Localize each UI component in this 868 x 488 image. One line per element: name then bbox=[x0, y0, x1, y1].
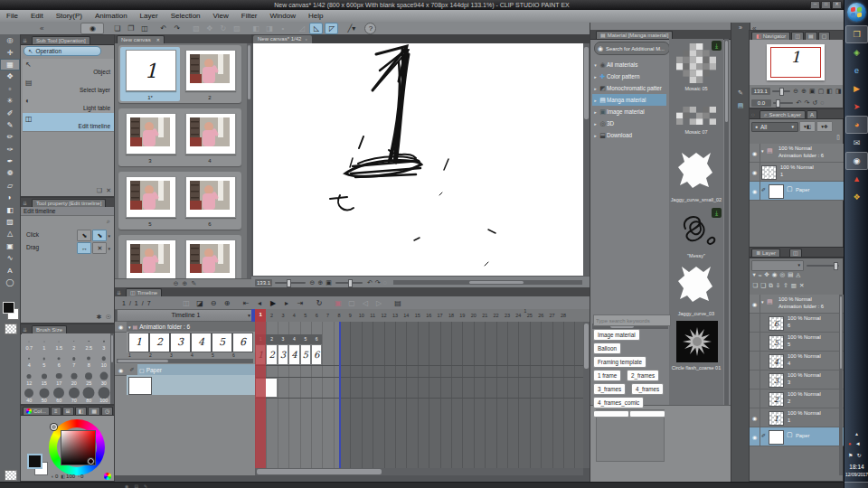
timeline-hscrollbar[interactable] bbox=[255, 468, 583, 475]
visibility-eye-icon[interactable]: ◉ bbox=[750, 295, 760, 313]
animation-folder-eye[interactable]: ◉ bbox=[115, 322, 127, 333]
clock-date[interactable]: 12/09/2017 bbox=[844, 472, 868, 477]
filter-type-button[interactable]: ▾◧ bbox=[799, 121, 816, 132]
frame-number-19[interactable]: 19 bbox=[457, 313, 467, 318]
timeline-vscrollbar[interactable] bbox=[583, 322, 590, 468]
show-desktop-button[interactable] bbox=[844, 482, 868, 488]
click-action-button-0[interactable]: ⬊ bbox=[77, 230, 91, 241]
layer-row-5[interactable]: 5100 % Normal5 bbox=[750, 333, 844, 352]
subtool-group-operation[interactable]: ↖ Operation bbox=[24, 46, 101, 56]
page-thumbnail[interactable] bbox=[185, 113, 236, 155]
subtool-item-light-table[interactable]: ◐Light table bbox=[23, 95, 114, 114]
snap-off-button[interactable]: ◿ bbox=[296, 23, 307, 33]
subtool-delete-button[interactable]: ✕ bbox=[106, 187, 111, 194]
lock-transparent-button[interactable]: ◎ bbox=[779, 271, 785, 278]
tree-arrow-icon[interactable]: ▸ bbox=[592, 133, 599, 138]
material-search-input[interactable] bbox=[593, 314, 671, 326]
brush-size-tab[interactable]: Brush Size bbox=[32, 325, 67, 333]
brush-size-1.5[interactable]: 1.5 bbox=[52, 333, 68, 352]
tree-arrow-icon[interactable]: ▸ bbox=[592, 121, 599, 127]
page-7[interactable]: 7 bbox=[120, 237, 180, 278]
tab-item-bank[interactable]: ▤ bbox=[805, 32, 817, 40]
page-thumbnail[interactable] bbox=[185, 176, 236, 218]
brush-size-8[interactable]: 8 bbox=[81, 352, 98, 371]
layer-row-3[interactable]: 3100 % Normal3 bbox=[750, 371, 844, 389]
dot-button[interactable]: • bbox=[277, 23, 288, 33]
eyedropper-tool[interactable]: ✐ bbox=[0, 107, 20, 118]
cel-settings-button[interactable]: ▢ bbox=[346, 298, 358, 308]
subtool-item-edit-timeline[interactable]: ◫Edit timeline bbox=[23, 113, 114, 132]
material-tree-all-materials[interactable]: ▾◉All materials bbox=[592, 59, 666, 70]
frame-number-11[interactable]: 11 bbox=[367, 313, 378, 318]
zoom-tool[interactable]: ◎ bbox=[0, 34, 20, 46]
onion-next-button[interactable]: ▷ bbox=[373, 298, 385, 308]
canvas-reset-icon[interactable]: ◌ bbox=[383, 279, 387, 286]
clock-time[interactable]: 18:14 bbox=[844, 464, 868, 470]
gradient-button[interactable]: ◨ bbox=[263, 23, 275, 33]
chevron-down-icon[interactable]: ▾ bbox=[108, 233, 110, 239]
animation-cel-2[interactable]: 2 bbox=[266, 344, 277, 365]
nav-rotate-cw-button[interactable]: ↷ bbox=[804, 99, 809, 107]
status-edit-icon[interactable]: ✎ bbox=[144, 483, 147, 488]
frame-number-17[interactable]: 17 bbox=[434, 313, 445, 318]
expand-strip-icon[interactable]: » bbox=[731, 23, 750, 32]
operation-tool[interactable]: ▦ bbox=[0, 59, 20, 70]
page-thumbnail[interactable] bbox=[185, 239, 236, 278]
nav-zoom-out-button[interactable]: ⊖ bbox=[793, 88, 798, 95]
navigator-zoom-slider[interactable] bbox=[772, 90, 790, 92]
layer-row-4[interactable]: 4100 % Normal4 bbox=[750, 352, 844, 371]
frame-number-7[interactable]: 7 bbox=[322, 313, 333, 318]
canvas-rotate-ccw-icon[interactable]: ↶ bbox=[367, 279, 373, 286]
tray-action-center[interactable]: ⚑ bbox=[848, 452, 853, 458]
taskbar-adobe-reader[interactable]: ▲ bbox=[845, 170, 868, 188]
thumbs-hscrollbar[interactable] bbox=[117, 359, 253, 363]
status-info-icon[interactable]: ◉ bbox=[125, 483, 128, 488]
menu-help[interactable]: Help bbox=[302, 10, 329, 22]
blend-mode-dropdown[interactable]: ▼ bbox=[751, 260, 804, 271]
frame-number-23[interactable]: 23 bbox=[502, 313, 513, 318]
panel-grip-icon[interactable]: ⇊ bbox=[23, 201, 30, 207]
link-icon[interactable]: ✐ bbox=[761, 186, 766, 192]
frame-number-22[interactable]: 22 bbox=[490, 313, 501, 318]
material-tree-color-pattern[interactable]: ▸✚Color pattern bbox=[592, 70, 666, 82]
subtool-item-object[interactable]: ↖Object bbox=[23, 59, 114, 78]
quick-mask-swatch[interactable] bbox=[5, 470, 17, 481]
airbrush-tool[interactable]: ✒ bbox=[0, 155, 20, 167]
paper-thumbnail[interactable] bbox=[128, 377, 152, 395]
navigator-rotation-slider[interactable] bbox=[773, 102, 793, 104]
brush-size-7[interactable]: 7 bbox=[67, 352, 83, 371]
pencil-tool[interactable]: ✏ bbox=[0, 131, 20, 143]
snap-special-ruler-button[interactable]: ◸ bbox=[325, 23, 338, 34]
nav-flip-v-button[interactable]: ◨ bbox=[835, 88, 842, 95]
auto-select-tool[interactable]: ✳ bbox=[0, 95, 20, 107]
tl-zoom-in-button[interactable]: ⊕ bbox=[222, 298, 233, 308]
visibility-eye-icon[interactable] bbox=[750, 371, 760, 389]
correct-line-tool[interactable]: ∿ bbox=[0, 252, 20, 264]
page-6[interactable]: 6 bbox=[180, 174, 240, 228]
link-icon[interactable]: ✐ bbox=[761, 432, 766, 438]
menu-edit[interactable]: Edit bbox=[24, 10, 50, 22]
layer-row-paper[interactable]: ◉✐▢Paper bbox=[750, 182, 844, 201]
layer-row-6[interactable]: 6100 % Normal6 bbox=[750, 314, 844, 333]
material-item-jaggy-curve-03[interactable] bbox=[676, 263, 718, 308]
expand-arrow-icon[interactable]: ▾ bbox=[761, 299, 764, 305]
balloon-tool[interactable]: ◯ bbox=[0, 277, 20, 288]
layer-bottom-tab[interactable]: ≣ Layer bbox=[751, 249, 780, 257]
menu-view[interactable]: View bbox=[207, 10, 235, 22]
chevron-down-icon[interactable]: ▾ bbox=[108, 246, 110, 251]
cel-thumbnail-3[interactable]: 3 bbox=[170, 333, 191, 352]
search-additional-materials-button[interactable]: ◉ Search for Additional M... bbox=[594, 42, 670, 55]
frame-number-10[interactable]: 10 bbox=[356, 313, 367, 318]
canvas-vscrollbar[interactable] bbox=[583, 43, 590, 276]
panel-grip-icon[interactable]: ⇊ bbox=[117, 290, 124, 296]
navigator-preview[interactable]: 1 bbox=[750, 40, 843, 85]
status-doc-icon[interactable]: ▤ bbox=[134, 483, 138, 488]
nav-100-button[interactable]: ▢ bbox=[818, 88, 825, 95]
page-1[interactable]: 11* bbox=[120, 47, 180, 101]
gradient-tool[interactable]: ▨ bbox=[0, 216, 20, 228]
material-tree-3d[interactable]: ▸◎3D bbox=[592, 117, 666, 129]
frame-number-3[interactable]: 3 bbox=[278, 313, 288, 318]
canvas[interactable] bbox=[253, 43, 583, 276]
nav-flip-h-button[interactable]: ◧ bbox=[826, 88, 833, 95]
visibility-eye-icon[interactable] bbox=[750, 314, 760, 332]
